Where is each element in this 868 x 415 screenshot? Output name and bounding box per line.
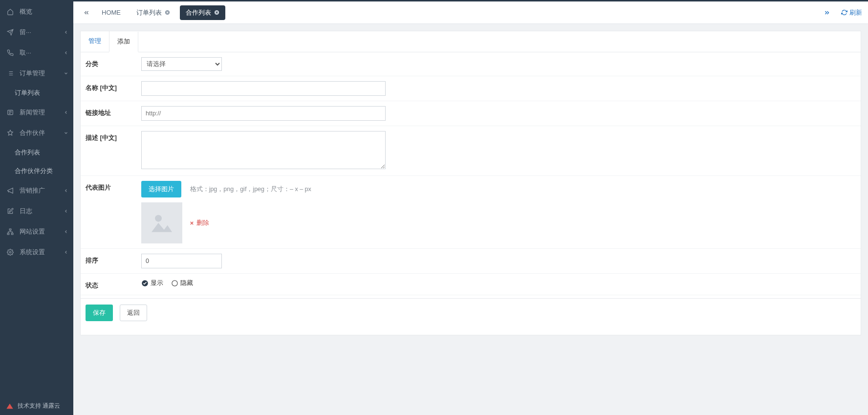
send-icon <box>7 29 16 36</box>
name-input[interactable] <box>141 81 386 96</box>
name-label: 名称 [中文] <box>81 81 141 92</box>
sidebar-label: 网站设置 <box>20 227 45 236</box>
svg-rect-2 <box>7 233 9 235</box>
link-label: 链接地址 <box>81 106 141 117</box>
image-placeholder-icon <box>148 209 175 237</box>
sidebar-item-marketing[interactable]: 营销推广 <box>0 180 73 201</box>
sidebar-label: 合作伙伴 <box>20 129 45 137</box>
back-button[interactable]: 返回 <box>120 305 147 321</box>
desc-textarea[interactable] <box>141 131 386 169</box>
category-label: 分类 <box>81 57 141 68</box>
form: 分类 请选择 名称 [中文] 链接地址 <box>81 52 861 335</box>
save-button[interactable]: 保存 <box>86 305 113 321</box>
sort-input[interactable] <box>141 254 222 268</box>
tab-partner-list[interactable]: 合作列表 <box>180 5 225 20</box>
sidebar-label: 系统设置 <box>20 248 45 257</box>
tab-manage[interactable]: 管理 <box>81 31 109 52</box>
radio-checked-icon <box>141 280 149 287</box>
refresh-icon <box>841 9 847 16</box>
chevron-left-icon <box>64 50 68 55</box>
svg-point-9 <box>172 280 177 285</box>
sidebar-item-sys-setting[interactable]: 系统设置 <box>0 242 73 262</box>
sidebar-item-site-setting[interactable]: 网站设置 <box>0 221 73 242</box>
sidebar-sub-order-list[interactable]: 订单列表 <box>0 84 73 102</box>
sidebar-sub-partner-list[interactable]: 合作列表 <box>0 143 73 162</box>
home-icon <box>7 8 16 15</box>
chevron-left-icon <box>64 188 68 193</box>
logo-icon <box>6 403 14 410</box>
link-input[interactable] <box>141 106 386 121</box>
sidebar-item-contact[interactable]: 取··· <box>0 43 73 63</box>
sidebar-label: 概览 <box>20 7 32 16</box>
sort-label: 排序 <box>81 254 141 265</box>
sidebar-label: 订单管理 <box>20 69 45 78</box>
gear-icon <box>7 249 16 256</box>
tab-add[interactable]: 添加 <box>109 32 138 52</box>
sidebar-sub-partner-cat[interactable]: 合作伙伴分类 <box>0 162 73 180</box>
sidebar-item-orders[interactable]: 订单管理 <box>0 63 73 84</box>
collapse-left-icon[interactable] <box>79 7 94 19</box>
sidebar-item-partner[interactable]: 合作伙伴 <box>0 123 73 143</box>
sidebar-item-message[interactable]: 留··· <box>0 22 73 43</box>
sidebar-label: 营销推广 <box>20 186 45 195</box>
svg-rect-3 <box>11 233 13 235</box>
sidebar-label: 取··· <box>20 48 31 57</box>
form-panel: 管理 添加 分类 请选择 名称 [中文] <box>80 31 861 335</box>
chevron-left-icon <box>64 30 68 35</box>
status-hide-radio[interactable]: 隐藏 <box>171 279 193 287</box>
chevron-down-icon <box>64 71 68 76</box>
edit-icon <box>7 208 16 215</box>
close-icon[interactable] <box>214 10 219 15</box>
handshake-icon <box>7 130 16 136</box>
sidebar-item-overview[interactable]: 概览 <box>0 1 73 22</box>
svg-point-7 <box>155 215 162 222</box>
status-show-radio[interactable]: 显示 <box>141 279 163 287</box>
category-select[interactable]: 请选择 <box>141 57 222 71</box>
close-icon <box>189 220 195 226</box>
image-label: 代表图片 <box>81 181 141 192</box>
sidebar-label: 留··· <box>20 28 31 37</box>
chevron-left-icon <box>64 209 68 214</box>
select-image-button[interactable]: 选择图片 <box>141 181 181 197</box>
list-icon <box>7 70 16 77</box>
chevron-left-icon <box>64 229 68 234</box>
sidebar-label: 日志 <box>20 207 32 216</box>
content: 管理 添加 分类 请选择 名称 [中文] <box>73 24 868 342</box>
phone-icon <box>7 49 16 56</box>
sidebar-label: 新闻管理 <box>20 108 45 117</box>
sitemap-icon <box>7 228 16 235</box>
svg-rect-1 <box>9 229 11 230</box>
sidebar-footer: 技术支持 通露云 <box>0 397 73 415</box>
image-hint: 格式：jpg，png，gif，jpeg；尺寸：– x – px <box>190 186 311 193</box>
sidebar-item-log[interactable]: 日志 <box>0 201 73 221</box>
image-thumbnail <box>141 202 182 243</box>
main: HOME 订单列表 合作列表 刷新 管理 添加 <box>73 1 868 415</box>
sub-tabs: 管理 添加 <box>81 31 861 52</box>
tab-home[interactable]: HOME <box>96 6 127 19</box>
status-label: 状态 <box>81 279 141 290</box>
svg-point-4 <box>9 251 11 253</box>
expand-right-icon[interactable] <box>820 7 834 19</box>
close-icon[interactable] <box>165 10 170 15</box>
footer-text: 技术支持 通露云 <box>18 402 60 410</box>
news-icon <box>7 109 16 116</box>
radio-unchecked-icon <box>171 280 178 287</box>
chevron-down-icon <box>64 131 68 135</box>
chevron-left-icon <box>64 110 68 115</box>
chevron-left-icon <box>64 250 68 255</box>
topbar: HOME 订单列表 合作列表 刷新 <box>73 1 868 24</box>
refresh-button[interactable]: 刷新 <box>841 8 862 17</box>
tab-order-list[interactable]: 订单列表 <box>130 5 176 20</box>
delete-image-button[interactable]: 删除 <box>189 218 209 227</box>
bullhorn-icon <box>7 187 16 194</box>
sidebar: 概览 留··· 取··· 订单管理 订单列表 新闻管理 合作伙伴 合作列表 <box>0 1 73 415</box>
desc-label: 描述 [中文] <box>81 131 141 142</box>
sidebar-item-news[interactable]: 新闻管理 <box>0 102 73 123</box>
